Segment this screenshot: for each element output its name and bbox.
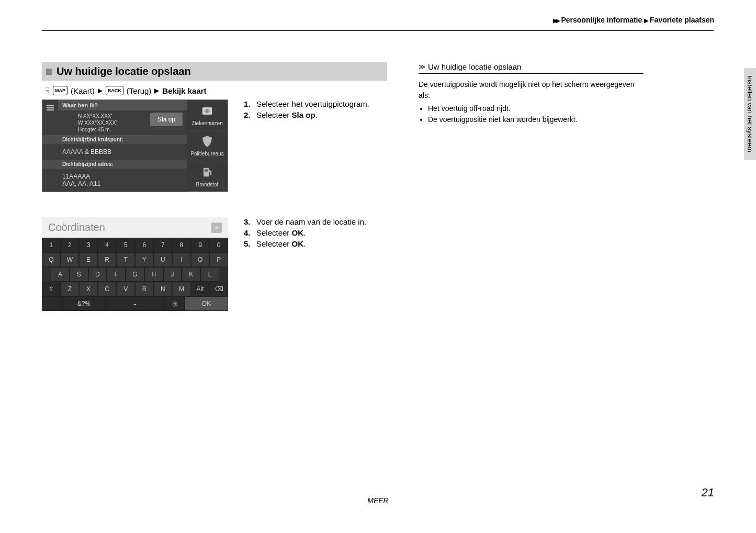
path-map-text: (Kaart) [71, 86, 95, 95]
keyboard-key[interactable]: O [191, 252, 210, 267]
sidebar-bullet: Het voertuig off-road rijdt. [428, 103, 644, 114]
step-item: 4.Selecteer OK. [244, 228, 387, 237]
chevron-icon: ≫ [419, 63, 425, 71]
sidebar-bullet: De voertuigpositie niet kan worden bijge… [428, 114, 644, 125]
keyboard-key[interactable]: N [154, 282, 173, 296]
triangle-icon: ▶ [154, 87, 159, 94]
steps-group-1: 1.Selecteer het voertuigpictogram.2.Sele… [244, 99, 387, 121]
address-value: 11AAAAA AAA, AA, A11 [42, 169, 187, 192]
keyboard-key[interactable]: 2 [61, 238, 80, 252]
keyboard-key[interactable]: 8 [172, 238, 191, 252]
keyboard-key[interactable]: 7 [154, 238, 173, 252]
step-item: 5.Selecteer OK. [244, 239, 387, 248]
sidebar-heading-text: Uw huidige locatie opslaan [428, 62, 521, 71]
keyboard-key[interactable]: X [79, 282, 98, 296]
triangle-icon: ▶ [644, 17, 647, 24]
breadcrumb-seg1: Persoonlijke informatie [561, 16, 642, 24]
keyboard-key[interactable]: L [200, 267, 219, 282]
text-input[interactable]: Coördinaten × [42, 217, 228, 238]
map-button-icon: MAP [53, 86, 67, 95]
keyboard-key[interactable]: R [98, 252, 117, 267]
section-title: Uw huidige locatie opslaan [42, 62, 387, 81]
poi-hospitals[interactable]: Ziekenhuizen [187, 100, 228, 130]
keyboard-key[interactable]: I [172, 252, 191, 267]
breadcrumb: ▶▶ Persoonlijke informatie ▶ Favoriete p… [42, 16, 714, 31]
keyboard-key[interactable]: W [61, 252, 80, 267]
keyboard-key[interactable]: 4 [98, 238, 117, 252]
step-item: 2.Selecteer Sla op. [244, 110, 387, 119]
save-button[interactable]: Sla op [150, 113, 183, 126]
keyboard-key[interactable]: ◎ [164, 296, 185, 311]
triangle-icon: ▶ [98, 87, 103, 94]
keyboard-key[interactable]: Alt [191, 282, 210, 296]
keyboard-key[interactable]: F [107, 267, 126, 282]
footer-meer: MEER [367, 496, 388, 505]
path-back-text: (Terug) [127, 86, 152, 95]
keyboard-key[interactable]: H [144, 267, 163, 282]
junction-label: Dichtsbijzijnd kruispunt: [42, 135, 187, 144]
fuel-icon [200, 165, 215, 180]
poi-fuel[interactable]: Brandstof [187, 161, 228, 192]
keyboard-key[interactable]: Z [61, 282, 80, 296]
svg-rect-4 [205, 169, 208, 172]
breadcrumb-seg2: Favoriete plaatsen [650, 16, 714, 24]
sidebar-intro: De voertuigpositie wordt mogelijk niet o… [419, 79, 644, 101]
square-icon [46, 69, 52, 75]
address-label: Dichtsbijzijnd adres: [42, 160, 187, 169]
keyboard-key[interactable]: C [98, 282, 117, 296]
keyboard-key[interactable]: G [126, 267, 144, 282]
section-tab: Instellen van het systeem [744, 68, 756, 160]
keyboard-key[interactable]: S [70, 267, 88, 282]
keyboard-key[interactable]: 1 [42, 238, 61, 252]
step-item: 3.Voer de naam van de locatie in. [244, 217, 387, 226]
navigation-path: ☟ MAP (Kaart) ▶ BACK (Terug) ▶ Bekijk ka… [42, 86, 387, 95]
keyboard-key[interactable]: 5 [116, 238, 135, 252]
keyboard-screen: Coördinaten × 1234567890 QWERTYUIOP ASDF… [42, 217, 228, 311]
keyboard-key[interactable]: M [172, 282, 191, 296]
keyboard-key[interactable]: E [79, 252, 98, 267]
section-title-text: Uw huidige locatie opslaan [57, 65, 191, 77]
police-icon [200, 134, 215, 149]
input-value: Coördinaten [48, 221, 105, 234]
sidebar-body: De voertuigpositie wordt mogelijk niet o… [419, 79, 644, 125]
sidebar-heading: ≫ Uw huidige locatie opslaan [419, 62, 644, 74]
hand-icon: ☟ [45, 86, 50, 95]
hospital-icon [200, 104, 215, 118]
keyboard-key[interactable]: D [88, 267, 107, 282]
step-item: 1.Selecteer het voertuigpictogram. [244, 99, 387, 108]
back-button-icon: BACK [106, 86, 123, 95]
keyboard-key[interactable]: Q [42, 252, 61, 267]
keyboard-key[interactable]: B [135, 282, 154, 296]
svg-rect-2 [205, 110, 209, 112]
keyboard-key[interactable]: ⌫ [209, 282, 228, 296]
keyboard-key[interactable]: ⌣ [106, 296, 164, 311]
keyboard-key[interactable]: A [51, 267, 70, 282]
keyboard-key[interactable]: K [182, 267, 200, 282]
keyboard-key[interactable]: &?% [62, 296, 106, 311]
keyboard-key[interactable]: 9 [191, 238, 210, 252]
keyboard-key[interactable] [42, 296, 62, 311]
keyboard-key[interactable]: 3 [79, 238, 98, 252]
where-am-i-screen: Waar ben ik? Sla op N XX°XX.XXX' W XXX°X… [42, 99, 228, 192]
keyboard-key[interactable]: P [209, 252, 228, 267]
hamburger-icon[interactable] [42, 100, 58, 116]
keyboard-key[interactable]: ⇧ [42, 282, 61, 296]
keyboard-key[interactable]: 6 [135, 238, 154, 252]
screen-header: Waar ben ik? [58, 100, 187, 110]
clear-icon[interactable]: × [211, 223, 222, 233]
poi-police[interactable]: Politiebureaus [187, 130, 228, 161]
path-final: Bekijk kaart [162, 86, 206, 95]
keyboard-key[interactable]: V [116, 282, 135, 296]
junction-value: AAAAA & BBBBB [42, 144, 187, 160]
steps-group-2: 3.Voer de naam van de locatie in.4.Selec… [244, 217, 387, 250]
keyboard-key[interactable]: OK [185, 296, 228, 311]
keyboard-key[interactable]: T [116, 252, 135, 267]
keyboard-key[interactable]: 0 [209, 238, 228, 252]
keyboard-key[interactable]: Y [135, 252, 154, 267]
altitude: Hoogte:-45 m. [78, 126, 183, 133]
keyboard-key[interactable]: U [154, 252, 173, 267]
page-number: 21 [702, 486, 714, 499]
triangle-icon: ▶▶ [553, 17, 558, 24]
keyboard-key[interactable]: J [163, 267, 182, 282]
